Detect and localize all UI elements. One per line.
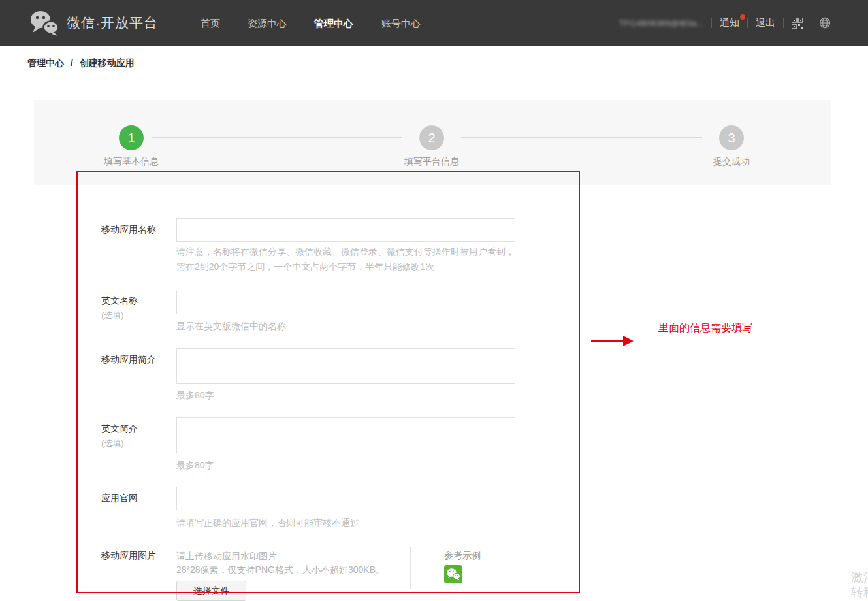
notice-label: 通知 — [720, 17, 739, 29]
globe-icon[interactable] — [819, 17, 831, 29]
app-intro-hint: 最多80字 — [176, 388, 519, 403]
en-intro-textarea[interactable] — [176, 417, 515, 453]
step-2-circle: 2 — [419, 125, 444, 150]
app-name-hint: 请注意，名称将在微信分享、微信收藏、微信登录、微信支付等操作时被用户看到，需在2… — [176, 244, 519, 274]
brand[interactable]: 微信·开放平台 — [29, 10, 158, 36]
nav-separator — [811, 18, 811, 28]
choose-file-button[interactable]: 选择文件 — [176, 581, 246, 601]
site-hint: 请填写正确的应用官网，否则可能审核不通过 — [176, 515, 519, 530]
wechat-logo-icon — [29, 10, 60, 36]
step-3-label: 提交成功 — [679, 156, 784, 168]
qr-code-icon[interactable] — [792, 18, 803, 29]
breadcrumb: 管理中心 / 创建移动应用 — [27, 57, 135, 69]
corner-line-2: 转移 — [851, 585, 868, 600]
sample-title: 参考示例 — [444, 550, 481, 562]
breadcrumb-current-page: 创建移动应用 — [80, 57, 135, 68]
step-1-number: 1 — [127, 131, 135, 146]
en-intro-optional: (选填) — [101, 438, 124, 449]
en-name-hint: 显示在英文版微信中的名称 — [176, 319, 519, 334]
step-connector — [461, 137, 702, 138]
step-connector — [152, 137, 402, 138]
app-name-input[interactable] — [176, 218, 515, 242]
nav-item-home[interactable]: 首页 — [201, 18, 220, 30]
nav-item-account[interactable]: 账号中心 — [381, 18, 421, 30]
en-intro-hint: 最多80字 — [176, 458, 519, 473]
en-name-input[interactable] — [176, 291, 515, 314]
notice-dot — [740, 14, 745, 20]
annotation-text: 里面的信息需要填写 — [658, 321, 752, 335]
annotation-arrow — [591, 340, 624, 342]
app-image-instruction-2: 28*28像素，仅支持PNG格式，大小不超过300KB。 — [176, 562, 519, 577]
step-1-circle: 1 — [119, 125, 144, 150]
nav-separator — [747, 18, 748, 28]
notice-link[interactable]: 通知 — [720, 17, 739, 29]
app-name-label: 移动应用名称 — [101, 224, 156, 236]
corner-line-1: 激活 — [851, 570, 868, 585]
en-name-optional: (选填) — [101, 310, 124, 321]
breadcrumb-management-center[interactable]: 管理中心 — [27, 57, 64, 68]
wechat-sample-icon — [444, 565, 462, 583]
upload-divider — [410, 547, 411, 589]
page: 微信·开放平台 首页 资源中心 管理中心 账号中心 TFI14B06369@tB… — [0, 0, 868, 601]
en-intro-label: 英文简介 — [101, 423, 138, 435]
nav-right: TFI14B06369@tB3a... 通知 退出 — [619, 0, 831, 46]
nav-item-resources[interactable]: 资源中心 — [248, 18, 287, 30]
top-nav: 微信·开放平台 首页 资源中心 管理中心 账号中心 TFI14B06369@tB… — [0, 0, 868, 46]
corner-clipped-text: 激活 转移 — [851, 570, 868, 600]
nav-separator — [783, 18, 784, 28]
step-2-number: 2 — [428, 131, 435, 146]
nav-separator — [711, 18, 712, 28]
en-name-label: 英文名称 — [101, 295, 138, 307]
step-3-circle: 3 — [719, 125, 744, 150]
site-label: 应用官网 — [101, 493, 138, 504]
step-1-label: 填写基本信息 — [79, 156, 184, 168]
step-2-label: 填写平台信息 — [379, 156, 484, 168]
logout-link[interactable]: 退出 — [756, 17, 775, 29]
nav-item-management[interactable]: 管理中心 — [314, 18, 353, 30]
app-intro-label: 移动应用简介 — [101, 354, 156, 366]
username-blurred: TFI14B06369@tB3a... — [619, 18, 703, 28]
annotation-arrow-head — [623, 336, 634, 346]
app-image-label: 移动应用图片 — [101, 550, 156, 562]
site-input[interactable] — [176, 487, 515, 510]
brand-title: 微信·开放平台 — [67, 14, 158, 32]
breadcrumb-separator: / — [71, 57, 73, 68]
step-3-number: 3 — [728, 131, 735, 146]
app-intro-textarea[interactable] — [176, 348, 515, 384]
